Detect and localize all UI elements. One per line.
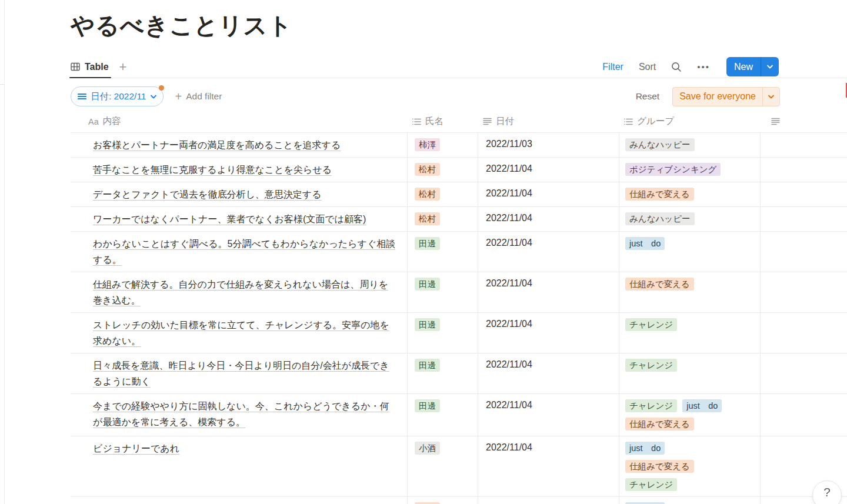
cell-date[interactable]: 2022/11/04 — [478, 313, 619, 353]
cell-content[interactable]: 案ずるよりも産むが易し、体験することからの学びを大切に。 — [71, 497, 408, 504]
group-tag: チャレンジ — [625, 318, 677, 331]
cell-content[interactable]: ビジョナリーであれ — [71, 436, 408, 496]
cell-group[interactable]: チャレンジ — [619, 353, 761, 393]
cell-name[interactable]: 小酒 — [408, 436, 478, 496]
page-title: やるべきことリスト — [71, 9, 847, 42]
page-link[interactable]: 苦手なことを無理に克服するより得意なことを尖らせる — [93, 165, 332, 175]
cell-extra[interactable] — [761, 394, 847, 436]
new-button[interactable]: New — [726, 57, 761, 76]
cell-group[interactable]: チャレンジjust do仕組みで変える — [619, 394, 761, 436]
cell-date[interactable]: 2022/11/10 — [478, 497, 619, 504]
cell-extra[interactable] — [761, 182, 847, 206]
table-row[interactable]: ストレッチの効いた目標を常に立てて、チャレンジする。安寧の地を求めない。田邊20… — [71, 313, 847, 353]
page-link[interactable]: ストレッチの効いた目標を常に立てて、チャレンジする。安寧の地を求めない。 — [93, 320, 389, 346]
add-filter-button[interactable]: + Add filter — [175, 91, 222, 102]
cell-content[interactable]: ストレッチの効いた目標を常に立てて、チャレンジする。安寧の地を求めない。 — [71, 313, 408, 353]
page-link[interactable]: わからないことはすぐ調べる。5分調べてもわからなかったらすぐ相談する。 — [93, 239, 395, 265]
cell-name[interactable]: 松村 — [408, 158, 478, 182]
sort-button[interactable]: Sort — [639, 62, 656, 72]
cell-content[interactable]: ワーカーではなくパートナー、業者でなくお客様(文面では顧客) — [71, 207, 408, 231]
cell-date[interactable]: 2022/11/04 — [478, 436, 619, 496]
cell-name[interactable]: 松村 — [408, 182, 478, 206]
date-filter-label: 日付: 2022/11 — [91, 91, 146, 103]
filter-button[interactable]: Filter — [602, 62, 623, 72]
cell-content[interactable]: お客様とパートナー両者の満足度を高めることを追求する — [71, 133, 408, 157]
add-view-icon[interactable]: + — [119, 61, 127, 74]
cell-extra[interactable] — [761, 232, 847, 272]
cell-name[interactable]: 松村 — [408, 497, 478, 504]
table-row[interactable]: ワーカーではなくパートナー、業者でなくお客様(文面では顧客)松村2022/11/… — [71, 207, 847, 232]
cell-group[interactable]: 仕組みで変える — [619, 272, 761, 312]
cell-group[interactable]: just do — [619, 232, 761, 272]
cell-date[interactable]: 2022/11/04 — [478, 207, 619, 231]
cell-group[interactable]: チャレンジ — [619, 313, 761, 353]
page-link[interactable]: お客様とパートナー両者の満足度を高めることを追求する — [93, 140, 341, 150]
table-row[interactable]: 苦手なことを無理に克服するより得意なことを尖らせる松村2022/11/04ポジテ… — [71, 158, 847, 182]
save-for-everyone-button[interactable]: Save for everyone — [673, 88, 762, 106]
date-filter-chip[interactable]: 日付: 2022/11 — [71, 86, 164, 106]
cell-name[interactable]: 田邊 — [408, 353, 478, 393]
cell-date[interactable]: 2022/11/04 — [478, 394, 619, 436]
cell-group[interactable]: みんなハッピー — [619, 133, 761, 157]
unsaved-changes-dot — [159, 85, 164, 91]
page-link[interactable]: データとファクトで過去を徹底分析し、意思決定する — [93, 189, 322, 199]
cell-extra[interactable] — [761, 207, 847, 231]
search-icon[interactable] — [671, 62, 682, 72]
group-tag: 仕組みで変える — [625, 188, 694, 201]
new-dropdown-button[interactable] — [761, 57, 779, 76]
page-link[interactable]: 日々成長を意識、昨日より今日・今日より明日の自分/会社が成長できるように動く — [93, 361, 389, 386]
table-row[interactable]: お客様とパートナー両者の満足度を高めることを追求する柿澤2022/11/03みん… — [71, 133, 847, 158]
cell-group[interactable]: just do — [619, 497, 761, 504]
save-dropdown-button[interactable] — [762, 88, 779, 106]
cell-group[interactable]: みんなハッピー — [619, 207, 761, 231]
cell-date[interactable]: 2022/11/04 — [478, 182, 619, 206]
person-tag: 柿澤 — [415, 138, 440, 151]
table-row[interactable]: 日々成長を意識、昨日より今日・今日より明日の自分/会社が成長できるように動く田邊… — [71, 353, 847, 394]
cell-date[interactable]: 2022/11/04 — [478, 232, 619, 272]
cell-content[interactable]: わからないことはすぐ調べる。5分調べてもわからなかったらすぐ相談する。 — [71, 232, 408, 272]
cell-content[interactable]: 仕組みで解決する。自分の力で仕組みを変えられない場合は、周りを巻き込む。 — [71, 272, 408, 312]
cell-name[interactable]: 田邊 — [408, 394, 478, 436]
column-header-group[interactable]: グループ — [619, 115, 761, 128]
cell-name[interactable]: 田邊 — [408, 232, 478, 272]
tab-table-label: Table — [85, 62, 109, 72]
cell-content[interactable]: 苦手なことを無理に克服するより得意なことを尖らせる — [71, 158, 408, 182]
table-row[interactable]: データとファクトで過去を徹底分析し、意思決定する松村2022/11/04仕組みで… — [71, 182, 847, 207]
cell-content[interactable]: 今までの経験ややり方に固執しない。今、これからどうできるか・何が最適かを常に考え… — [71, 394, 408, 436]
cell-date[interactable]: 2022/11/04 — [478, 353, 619, 393]
page-link[interactable]: 今までの経験ややり方に固執しない。今、これからどうできるか・何が最適かを常に考え… — [93, 401, 389, 427]
cell-name[interactable]: 田邊 — [408, 272, 478, 312]
cell-content[interactable]: 日々成長を意識、昨日より今日・今日より明日の自分/会社が成長できるように動く — [71, 353, 408, 393]
more-options-icon[interactable]: ••• — [697, 62, 710, 72]
page-link[interactable]: 仕組みで解決する。自分の力で仕組みを変えられない場合は、周りを巻き込む。 — [93, 279, 388, 305]
table-row[interactable]: わからないことはすぐ調べる。5分調べてもわからなかったらすぐ相談する。田邊202… — [71, 232, 847, 272]
table-row[interactable]: 仕組みで解決する。自分の力で仕組みを変えられない場合は、周りを巻き込む。田邊20… — [71, 272, 847, 313]
column-header-name[interactable]: 氏名 — [408, 115, 478, 128]
cell-extra[interactable] — [761, 158, 847, 182]
table-row[interactable]: 今までの経験ややり方に固執しない。今、これからどうできるか・何が最適かを常に考え… — [71, 394, 847, 436]
column-header-extra[interactable] — [761, 118, 847, 125]
cell-group[interactable]: just do仕組みで変えるチャレンジ — [619, 436, 761, 496]
cell-name[interactable]: 田邊 — [408, 313, 478, 353]
page-link[interactable]: ビジョナリーであれ — [93, 443, 179, 453]
cell-content[interactable]: データとファクトで過去を徹底分析し、意思決定する — [71, 182, 408, 206]
cell-name[interactable]: 柿澤 — [408, 133, 478, 157]
table-row[interactable]: ビジョナリーであれ小酒2022/11/04just do仕組みで変えるチャレンジ — [71, 436, 847, 497]
page-link[interactable]: ワーカーではなくパートナー、業者でなくお客様(文面では顧客) — [93, 214, 366, 224]
cell-name[interactable]: 松村 — [408, 207, 478, 231]
cell-date[interactable]: 2022/11/03 — [478, 133, 619, 157]
reset-button[interactable]: Reset — [636, 91, 660, 102]
cell-extra[interactable] — [761, 313, 847, 353]
column-header-date[interactable]: 日付 — [478, 115, 619, 128]
column-header-content[interactable]: Aa 内容 — [71, 115, 408, 128]
table-row[interactable]: 案ずるよりも産むが易し、体験することからの学びを大切に。松村2022/11/10… — [71, 497, 847, 504]
cell-group[interactable]: 仕組みで変える — [619, 182, 761, 206]
cell-group[interactable]: ポジティブシンキング — [619, 158, 761, 182]
tab-table[interactable]: Table — [71, 56, 109, 78]
cell-extra[interactable] — [761, 272, 847, 312]
group-tag: 仕組みで変える — [625, 460, 694, 473]
cell-extra[interactable] — [761, 133, 847, 157]
cell-extra[interactable] — [761, 353, 847, 393]
cell-date[interactable]: 2022/11/04 — [478, 272, 619, 312]
cell-date[interactable]: 2022/11/04 — [478, 158, 619, 182]
